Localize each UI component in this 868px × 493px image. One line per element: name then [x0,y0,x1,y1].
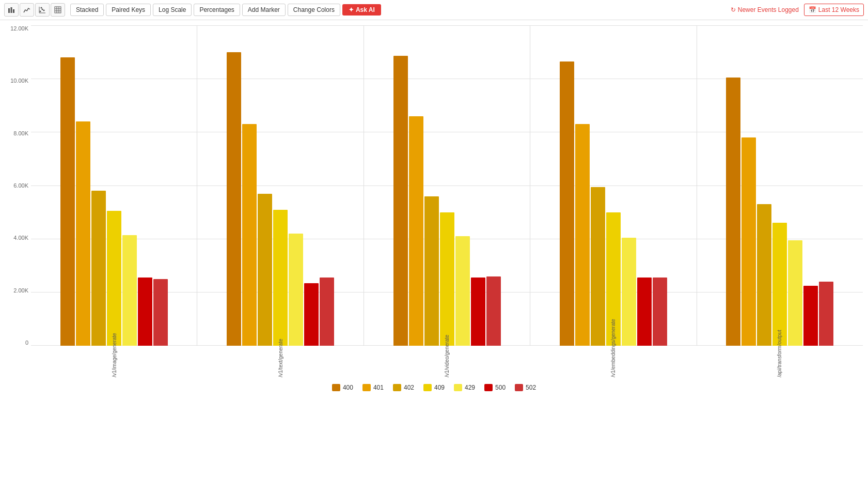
bar [560,61,574,346]
bar [227,52,241,346]
x-label-section: /v1/video/generate [364,346,530,377]
scatter-chart-icon[interactable] [35,3,50,17]
bar [91,191,106,346]
legend-swatch [515,384,523,391]
log-scale-button[interactable]: Log Scale [153,4,192,16]
bar-group [364,25,530,346]
bar [393,56,408,346]
svg-rect-9 [55,7,61,13]
add-marker-button[interactable]: Add Marker [242,4,286,16]
groups-container [31,25,863,346]
y-axis-label: 0 [25,340,28,346]
svg-rect-1 [11,7,12,13]
bar [107,211,121,346]
y-axis-label: 12.00K [10,25,28,32]
legend: 400401402409429500502 [0,377,868,396]
legend-label: 400 [343,384,353,391]
bar [60,57,75,346]
legend-swatch [332,384,340,391]
x-axis-label: /v1/text/generate [278,349,283,377]
bar-group [197,25,363,346]
bar-group [31,25,197,346]
bar [258,194,272,346]
y-axis-label: 10.00K [10,78,28,84]
bar [289,234,303,346]
legend-swatch [423,384,432,391]
stacked-button[interactable]: Stacked [70,4,104,16]
legend-label: 401 [373,384,384,391]
sparkle-icon: ✦ [349,6,354,13]
legend-item: 500 [484,384,506,391]
bar [138,278,152,346]
legend-item: 409 [423,384,445,391]
y-axis-label: 4.00K [13,235,28,241]
x-label-section: /v1/image/generate [31,346,197,377]
chart-type-icons [4,3,65,17]
bar-group [530,25,696,346]
table-icon[interactable] [51,3,65,17]
bar [304,283,319,346]
bar [76,121,90,346]
x-axis-label: /v1/video/generate [444,349,450,377]
x-axis-label: /api/transform/output [777,349,782,377]
change-colors-button[interactable]: Change Colors [288,4,340,16]
bars-row [31,25,197,346]
paired-keys-button[interactable]: Paired Keys [106,4,151,16]
x-labels: /v1/image/generate/v1/text/generate/v1/v… [31,346,863,377]
bar [455,236,470,346]
calendar-icon: 📅 [809,6,816,13]
legend-label: 409 [434,384,445,391]
bars-row [364,25,530,346]
legend-swatch [484,384,493,391]
svg-point-5 [41,7,42,9]
bar [273,210,288,346]
bar [575,124,590,346]
bar [471,278,485,346]
legend-swatch [454,384,462,391]
chart-area: 02.00K4.00K6.00K8.00K10.00K12.00K /v1/im… [31,25,863,377]
y-axis-label: 2.00K [13,287,28,294]
refresh-icon: ↻ [731,6,736,13]
legend-swatch [393,384,401,391]
x-label-section: /api/transform/output [697,346,863,377]
bar [819,282,833,346]
bar [757,204,771,346]
x-axis-label: /v1/image/generate [112,349,117,377]
bar [653,278,667,346]
newer-events-link[interactable]: ↻ Newer Events Logged [731,6,799,13]
svg-point-4 [42,9,43,10]
bars-row [697,25,863,346]
y-axis-label: 6.00K [13,182,28,189]
bar [803,286,818,346]
bar [772,223,787,346]
bar [486,276,501,346]
bar [788,240,802,346]
legend-item: 400 [332,384,353,391]
svg-point-3 [40,11,41,12]
y-axis-label: 8.00K [13,130,28,136]
bar [122,235,137,346]
bar [153,279,168,346]
svg-point-6 [43,10,45,11]
percentages-button[interactable]: Percentages [194,4,240,16]
line-chart-icon[interactable] [20,3,34,17]
legend-label: 429 [465,384,475,391]
bar-chart-icon[interactable] [4,3,19,17]
bar [591,187,605,346]
bar [622,238,636,346]
legend-item: 429 [454,384,475,391]
bar [637,278,652,346]
legend-label: 500 [495,384,506,391]
bar [424,196,439,346]
legend-item: 402 [393,384,414,391]
ask-ai-button[interactable]: ✦ Ask AI [342,4,381,16]
chart-container: 02.00K4.00K6.00K8.00K10.00K12.00K /v1/im… [0,20,868,377]
svg-rect-0 [8,8,10,13]
toolbar-right: ↻ Newer Events Logged 📅 Last 12 Weeks [731,4,864,16]
legend-item: 401 [362,384,384,391]
date-range-button[interactable]: 📅 Last 12 Weeks [804,4,864,16]
svg-rect-2 [13,9,14,13]
bars-row [197,25,363,346]
x-label-section: /v1/text/generate [197,346,364,377]
legend-label: 402 [404,384,414,391]
